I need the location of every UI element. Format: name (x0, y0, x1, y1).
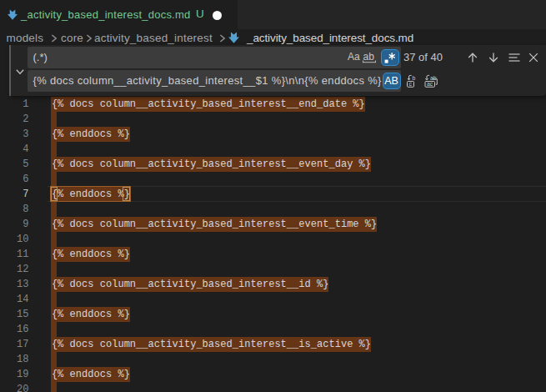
svg-text:b: b (412, 75, 415, 81)
svg-text:ab: ab (430, 75, 437, 81)
svg-text:ac: ac (427, 81, 433, 87)
svg-text:c: c (409, 81, 413, 87)
